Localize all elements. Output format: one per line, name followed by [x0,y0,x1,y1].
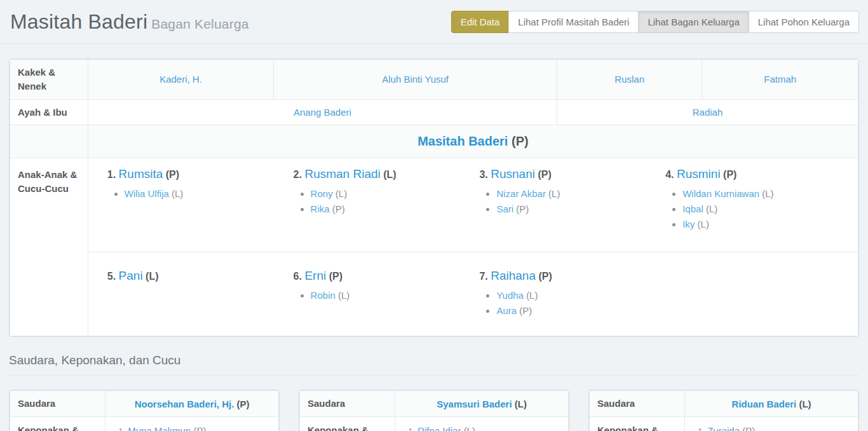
child-number: 6. [294,271,302,282]
father-link[interactable]: Anang Baderi [294,107,351,118]
children-grid-row-2: 5. Pani (L) 6. Erni (P) Robin (L) 7. Rai… [88,252,858,336]
grandchild-gender: (L) [706,203,717,214]
grandchild-link[interactable]: Sari [496,203,513,214]
child-link[interactable]: Rumsita [119,167,163,181]
grandchild-link[interactable]: Wilia Ulfija [125,188,169,199]
sibling-link[interactable]: Noorsehan Baderi, Hj. [135,399,234,409]
grandparent-link[interactable]: Ruslan [614,74,644,85]
view-family-tree-button[interactable]: Lihat Pohon Keluarga [749,11,859,33]
grandchild-item: Wilia Ulfija (L) [125,188,285,199]
person-row: Masitah Baderi (P) [10,125,858,158]
child-item: 6. Erni (P) Robin (L) [294,269,480,320]
nephew-link[interactable]: Rifna Idiar [417,425,461,431]
sibling-label: Saudara [300,391,395,417]
grandchild-item: Wildan Kurniawan (L) [682,188,843,199]
grandparents-row: Kakek & Nenek Kaderi, H. Aluh Binti Yusu… [10,60,858,100]
pedigree-table: Kakek & Nenek Kaderi, H. Aluh Binti Yusu… [10,59,858,336]
sibling-link[interactable]: Riduan Baderi [732,399,797,409]
person-row-empty-label [10,125,88,158]
sibling-card: Saudara Noorsehan Baderi, Hj. (P) Kepona… [9,390,280,431]
child-gender: (P) [166,169,179,180]
sibling-card: Saudara Riduan Baderi (L) Keponakan & Cu… [588,390,859,431]
child-link[interactable]: Rusnani [491,167,535,181]
child-item-empty [665,269,851,320]
page-title: Masitah BaderiBagan Keluarga [10,10,249,34]
parents-label: Ayah & Ibu [10,99,88,125]
grandchild-item: Nizar Akbar (L) [496,188,656,199]
grandchild-gender: (P) [332,203,345,214]
grandparent-link[interactable]: Kaderi, H. [159,74,202,85]
children-row: Anak-Anak & Cucu-Cucu 1. Rumsita (P) Wil… [10,158,858,336]
sibling-gender: (L) [515,399,527,409]
grandchild-link[interactable]: Aura [496,305,517,316]
children-label: Anak-Anak & Cucu-Cucu [10,158,88,336]
view-profile-button[interactable]: Lihat Profil Masitah Baderi [508,11,639,33]
child-gender: (L) [383,169,396,180]
edit-data-button[interactable]: Edit Data [451,11,510,33]
sibling-cards: Saudara Noorsehan Baderi, Hj. (P) Kepona… [9,390,859,431]
child-item: 3. Rusnani (P) Nizar Akbar (L) Sari (P) [479,167,665,252]
nephew-link[interactable]: Zuraida [707,425,740,431]
grandchild-link[interactable]: Nizar Akbar [496,188,546,199]
grandchild-link[interactable]: Rika [311,203,330,214]
nephews-label: Keponakan & Cucu-Cucu [590,417,685,431]
nephews-row: Keponakan & Cucu-Cucu 1. Rifna Idiar (L)… [300,417,569,431]
nephew-link[interactable]: Muna Makmun [128,425,191,431]
grandchild-link[interactable]: Robin [311,290,336,301]
view-button-group: Edit Data Lihat Profil Masitah Baderi Li… [451,11,859,33]
person-link[interactable]: Masitah Baderi [417,134,508,148]
sibling-header-row: Saudara Noorsehan Baderi, Hj. (P) [10,391,279,417]
child-number: 4. [665,169,674,180]
child-gender: (P) [723,169,736,180]
nephews-row: Keponakan & Cucu-Cucu 1. Zuraida (P) And… [590,417,858,431]
grandchild-item: Yudha (L) [496,290,656,301]
grandchild-gender: (L) [548,188,560,199]
sibling-link[interactable]: Syamsuri Baderi [437,399,512,409]
grandparents-label: Kakek & Nenek [10,60,88,100]
grandchild-link[interactable]: Wildan Kurniawan [682,188,759,199]
nephew-item: 1. Muna Makmun (P) Nafies Luthfi (L) [118,425,273,431]
child-link[interactable]: Pani [119,269,143,282]
grandchild-link[interactable]: Rony [311,188,333,199]
grandchild-link[interactable]: Iky [682,219,695,229]
child-item: 5. Pani (L) [107,269,294,320]
child-gender: (L) [146,271,158,282]
grandchild-item: Rony (L) [311,188,471,199]
grandchild-item: Robin (L) [311,290,471,301]
view-family-chart-button[interactable]: Lihat Bagan Keluarga [638,11,749,33]
child-link[interactable]: Rusmini [677,167,721,181]
nephews-label: Keponakan & Cucu-Cucu [300,417,395,431]
grandchild-item: Aura (P) [496,305,656,316]
nephew-number: 1. [118,427,125,431]
child-link[interactable]: Rusman Riadi [304,167,380,181]
grandchild-gender: (L) [336,188,347,199]
child-item: 4. Rusmini (P) Wildan Kurniawan (L) Iqba… [665,167,851,252]
nephew-gender: (L) [464,425,475,431]
children-grid-row-1: 1. Rumsita (P) Wilia Ulfija (L) 2. Rusma… [88,158,858,252]
grandparent-link[interactable]: Aluh Binti Yusuf [382,74,449,85]
topbar: Masitah BaderiBagan Keluarga Edit Data L… [0,0,868,44]
person-gender: (P) [512,134,529,148]
grandchild-gender: (L) [762,188,773,199]
child-link[interactable]: Erni [304,269,326,282]
person-title: Masitah Baderi [10,10,147,33]
grandchild-item: Rika (P) [311,203,471,214]
sibling-header-row: Saudara Syamsuri Baderi (L) [300,391,569,417]
sibling-gender: (L) [799,399,811,409]
sibling-header-row: Saudara Riduan Baderi (L) [590,391,858,417]
sibling-gender: (P) [237,399,250,409]
mother-link[interactable]: Radiah [693,107,723,118]
child-gender: (P) [538,271,552,282]
grandchild-gender: (P) [519,305,532,316]
child-item: 2. Rusman Riadi (L) Rony (L) Rika (P) [294,167,480,252]
grandchild-item: Sari (P) [496,203,656,214]
family-chart-panel: Kakek & Nenek Kaderi, H. Aluh Binti Yusu… [9,58,859,337]
grandchild-link[interactable]: Iqbal [682,203,703,214]
grandchild-link[interactable]: Yudha [496,290,524,301]
sibling-card: Saudara Syamsuri Baderi (L) Keponakan & … [299,390,569,431]
grandparent-link[interactable]: Fatmah [764,74,796,85]
child-link[interactable]: Raihana [491,269,536,282]
grandchild-gender: (P) [516,203,529,214]
nephew-item: 1. Zuraida (P) Andika Nugraha Rahman (L) [698,425,853,431]
grandchild-gender: (L) [338,290,349,301]
